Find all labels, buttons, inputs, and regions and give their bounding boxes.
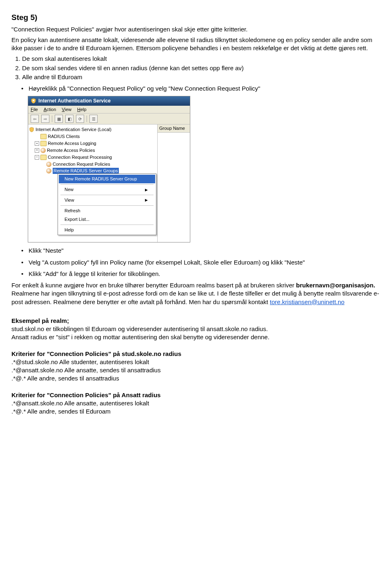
column-header[interactable]: Group Name bbox=[158, 125, 190, 133]
criteria-line: .*@ansatt.skole.no Alle ansatte, sendes … bbox=[11, 366, 381, 374]
shield-icon bbox=[31, 98, 36, 104]
expand-icon[interactable]: + bbox=[35, 141, 39, 146]
menu-help[interactable]: Help bbox=[77, 107, 87, 113]
back-button[interactable]: ⇦ bbox=[31, 115, 39, 123]
numbered-list: De som skal autentiseres lokalt De som s… bbox=[22, 55, 381, 81]
menubar: File Action View Help bbox=[28, 106, 190, 114]
submenu-arrow-icon: ▶ bbox=[145, 187, 148, 192]
example-heading: Eksempel på realm; bbox=[11, 317, 381, 325]
menu-file[interactable]: File bbox=[31, 107, 38, 113]
collapse-icon[interactable]: − bbox=[35, 155, 39, 160]
menu-item-new-group[interactable]: New Remote RADIUS Server Group bbox=[59, 175, 155, 183]
tree-label: Internet Authentication Service (Local) bbox=[36, 127, 111, 133]
toolbar-separator bbox=[52, 116, 52, 122]
tree-pane: Internet Authentication Service (Local) … bbox=[28, 125, 158, 242]
criteria-line: .*@stud.skole.no Alle studenter, autenti… bbox=[11, 358, 381, 366]
svg-point-0 bbox=[33, 100, 34, 102]
tree-node[interactable]: −Connection Request Processing bbox=[29, 154, 156, 161]
example-line: Ansatt radius er "sist" i rekken og mott… bbox=[11, 333, 381, 341]
shield-icon bbox=[29, 127, 34, 132]
tree-node[interactable]: +Remote Access Logging bbox=[29, 140, 156, 147]
criteria-line: .*@.* Alle andre, sendes til ansattradiu… bbox=[11, 374, 381, 383]
list-item: De som skal autentiseres lokalt bbox=[22, 55, 381, 63]
forward-button[interactable]: ⇨ bbox=[41, 115, 49, 123]
example-line: stud.skol.no er tilkoblingen til Eduroam… bbox=[11, 325, 381, 333]
folder-icon bbox=[40, 134, 47, 139]
refresh-button[interactable]: ⟳ bbox=[76, 115, 84, 123]
list-item: De som skal sendes videre til en annen r… bbox=[22, 64, 381, 72]
menu-item-view[interactable]: View▶ bbox=[59, 196, 155, 205]
tree-label: Remote Access Logging bbox=[48, 140, 96, 147]
bullet-item: Velg "A custom policy" fyll inn Policy n… bbox=[11, 258, 381, 267]
bold-text: brukernavn@organisasjon. bbox=[296, 282, 375, 289]
intro-paragraph-1: "Connection Request Policies" avgjør hvo… bbox=[11, 25, 381, 33]
tree-label: Remote Access Policies bbox=[47, 147, 95, 153]
context-menu: New Remote RADIUS Server Group New▶ View… bbox=[58, 173, 156, 235]
folder-icon bbox=[40, 155, 47, 160]
menu-view[interactable]: View bbox=[62, 107, 71, 113]
realm-paragraph: For enkelt å kunne avgjøre hvor en bruke… bbox=[11, 281, 381, 306]
tree-label: Connection Request Policies bbox=[53, 161, 110, 167]
tree-label: Connection Request Processing bbox=[48, 154, 112, 160]
ias-window: Internet Authentication Service File Act… bbox=[28, 96, 190, 242]
criteria-heading-1: Kriterier for "Connection Policies" på s… bbox=[11, 350, 381, 358]
tree-node[interactable]: RADIUS Clients bbox=[29, 133, 156, 140]
tool-button[interactable]: ▦ bbox=[55, 115, 63, 123]
window-title: Internet Authentication Service bbox=[38, 98, 111, 104]
tool-button[interactable]: ◧ bbox=[65, 115, 74, 123]
menu-item-new[interactable]: New▶ bbox=[59, 185, 155, 194]
menu-item-help[interactable]: Help bbox=[59, 226, 155, 234]
menu-action[interactable]: Action bbox=[44, 107, 56, 113]
policy-icon bbox=[46, 162, 51, 167]
criteria-heading-2: Kriterier for "Connection Policies" på A… bbox=[11, 391, 381, 399]
criteria-line: .*@ansatt.skole.no Alle ansatte, autenti… bbox=[11, 399, 381, 407]
tree-node[interactable]: Connection Request Policies bbox=[29, 161, 156, 168]
bullet-item: Klikk "Add" for å legge til kriterier fo… bbox=[11, 270, 381, 278]
toolbar: ⇦ ⇨ ▦ ◧ ⟳ ☰ bbox=[28, 113, 190, 125]
tree-label: RADIUS Clients bbox=[48, 133, 80, 140]
contact-email-link[interactable]: tore.kristiansen@uninett.no bbox=[270, 298, 345, 305]
criteria-line: .*@.* Alle andre, sendes til Eduroam bbox=[11, 407, 381, 416]
policy-icon bbox=[46, 168, 51, 173]
page-heading: Steg 5) bbox=[11, 12, 381, 23]
menu-item-refresh[interactable]: Refresh bbox=[59, 207, 155, 215]
tool-button[interactable]: ☰ bbox=[89, 115, 98, 123]
window-titlebar: Internet Authentication Service bbox=[28, 96, 190, 105]
submenu-arrow-icon: ▶ bbox=[145, 198, 148, 202]
list-item: Alle andre til Eduroam bbox=[22, 73, 381, 81]
intro-paragraph-2: En policy kan autentisere ansatte lokalt… bbox=[11, 36, 381, 53]
tree-node[interactable]: +Remote Access Policies bbox=[29, 147, 156, 154]
policy-icon bbox=[40, 148, 46, 153]
tree-root[interactable]: Internet Authentication Service (Local) bbox=[29, 126, 156, 133]
folder-icon bbox=[40, 141, 47, 146]
menu-item-export[interactable]: Export List... bbox=[59, 215, 155, 224]
right-pane: Group Name bbox=[158, 125, 190, 242]
bullet-item: Høyreklikk på "Connection Request Policy… bbox=[11, 85, 381, 93]
expand-icon[interactable]: + bbox=[35, 148, 39, 153]
toolbar-separator bbox=[87, 116, 87, 122]
bullet-item: Klikk "Neste" bbox=[11, 247, 381, 255]
tree-label: Remote RADIUS Server Groups bbox=[53, 168, 119, 174]
